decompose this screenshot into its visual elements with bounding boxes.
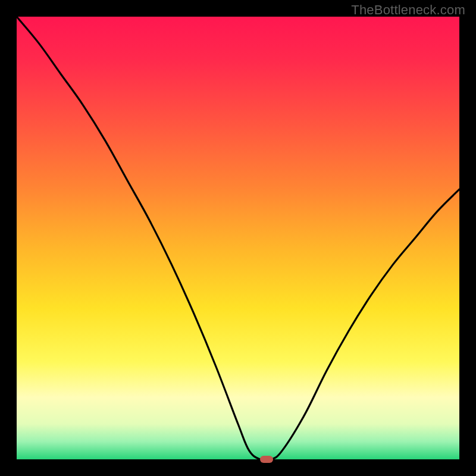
chart-frame: TheBottleneck.com [0,0,476,476]
site-watermark: TheBottleneck.com [351,2,465,18]
bottleneck-curve [17,17,459,459]
minimum-marker [260,456,273,463]
